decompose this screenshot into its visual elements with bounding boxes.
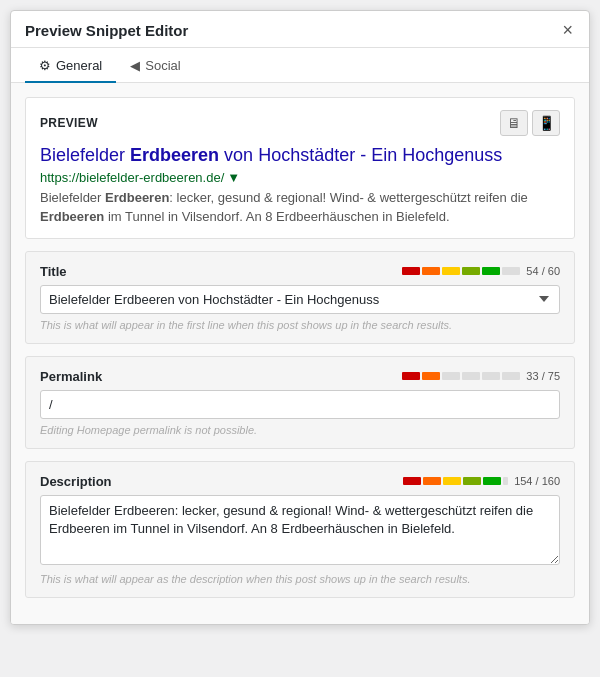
dialog-content: Preview 🖥 📱 Bielefelder Erdbeeren von Ho… [11, 83, 589, 624]
title-seg-3 [442, 267, 460, 275]
preview-title-plain: Bielefelder [40, 145, 130, 165]
preview-desc-part2: : lecker, gesund & regional! Wind- & wet… [169, 190, 527, 205]
permalink-input[interactable] [40, 390, 560, 419]
view-toggle-group: 🖥 📱 [500, 110, 560, 136]
desc-seg-5 [483, 477, 501, 485]
tabs-bar: ⚙ General ◀ Social [11, 48, 589, 83]
desc-seg-3 [443, 477, 461, 485]
preview-desc-part1: Bielefelder [40, 190, 105, 205]
share-icon: ◀ [130, 58, 140, 73]
permalink-seg-4 [462, 372, 480, 380]
title-input[interactable]: Bielefelder Erdbeeren von Hochstädter - … [40, 285, 560, 314]
title-progress-bar [402, 267, 520, 275]
title-seg-2 [422, 267, 440, 275]
mobile-view-button[interactable]: 📱 [532, 110, 560, 136]
title-field-header: Title 54 / 60 [40, 264, 560, 279]
mobile-icon: 📱 [538, 115, 555, 131]
preview-title-bold: Erdbeeren [130, 145, 219, 165]
title-seg-5 [482, 267, 500, 275]
desc-seg-6 [503, 477, 508, 485]
preview-label: Preview [40, 116, 98, 130]
preview-url-text: https://bielefelder-erdbeeren.de/ [40, 170, 224, 185]
description-field-label: Description [40, 474, 112, 489]
permalink-seg-1 [402, 372, 420, 380]
preview-section-header: Preview 🖥 📱 [40, 110, 560, 136]
preview-desc-part3: im Tunnel in Vilsendorf. An 8 Erdbeerhäu… [104, 209, 449, 224]
title-count: 54 / 60 [526, 265, 560, 277]
description-textarea[interactable]: Bielefelder Erdbeeren: lecker, gesund & … [40, 495, 560, 565]
dialog-title: Preview Snippet Editor [25, 22, 188, 39]
permalink-seg-6 [502, 372, 520, 380]
preview-url-chevron: ▼ [227, 170, 240, 185]
title-seg-1 [402, 267, 420, 275]
description-hint: This is what will appear as the descript… [40, 573, 560, 585]
permalink-seg-2 [422, 372, 440, 380]
preview-section: Preview 🖥 📱 Bielefelder Erdbeeren von Ho… [25, 97, 575, 239]
permalink-field-section: Permalink 33 / 75 Editing Homepage perma… [25, 356, 575, 449]
permalink-count: 33 / 75 [526, 370, 560, 382]
permalink-seg-3 [442, 372, 460, 380]
dialog-header: Preview Snippet Editor × [11, 11, 589, 48]
permalink-progress-bar [402, 372, 520, 380]
permalink-field-header: Permalink 33 / 75 [40, 369, 560, 384]
preview-snippet-editor-dialog: Preview Snippet Editor × ⚙ General ◀ Soc… [10, 10, 590, 625]
tab-social-label: Social [145, 58, 180, 73]
preview-url: https://bielefelder-erdbeeren.de/ ▼ [40, 170, 560, 185]
description-progress-container: 154 / 160 [403, 475, 560, 487]
desc-seg-4 [463, 477, 481, 485]
permalink-hint: Editing Homepage permalink is not possib… [40, 424, 560, 436]
desc-seg-1 [403, 477, 421, 485]
preview-desc-bold2: Erdbeeren [40, 209, 104, 224]
permalink-progress-container: 33 / 75 [402, 370, 560, 382]
description-field-section: Description 154 / 160 Bielefelder Erdbee… [25, 461, 575, 598]
permalink-seg-5 [482, 372, 500, 380]
tab-social[interactable]: ◀ Social [116, 48, 194, 83]
preview-title: Bielefelder Erdbeeren von Hochstädter - … [40, 144, 560, 167]
title-field-section: Title 54 / 60 Bielefelder Erdbeeren von … [25, 251, 575, 344]
permalink-field-label: Permalink [40, 369, 102, 384]
preview-desc-bold1: Erdbeeren [105, 190, 169, 205]
description-field-header: Description 154 / 160 [40, 474, 560, 489]
title-seg-6 [502, 267, 520, 275]
title-seg-4 [462, 267, 480, 275]
title-hint: This is what will appear in the first li… [40, 319, 560, 331]
title-field-label: Title [40, 264, 67, 279]
description-count: 154 / 160 [514, 475, 560, 487]
preview-title-rest: von Hochstädter - Ein Hochgenuss [219, 145, 502, 165]
desktop-view-button[interactable]: 🖥 [500, 110, 528, 136]
title-progress-container: 54 / 60 [402, 265, 560, 277]
close-button[interactable]: × [560, 21, 575, 39]
desc-seg-2 [423, 477, 441, 485]
description-progress-bar [403, 477, 508, 485]
preview-description: Bielefelder Erdbeeren: lecker, gesund & … [40, 189, 560, 225]
desktop-icon: 🖥 [507, 115, 521, 131]
tab-general[interactable]: ⚙ General [25, 48, 116, 83]
gear-icon: ⚙ [39, 58, 51, 73]
tab-general-label: General [56, 58, 102, 73]
